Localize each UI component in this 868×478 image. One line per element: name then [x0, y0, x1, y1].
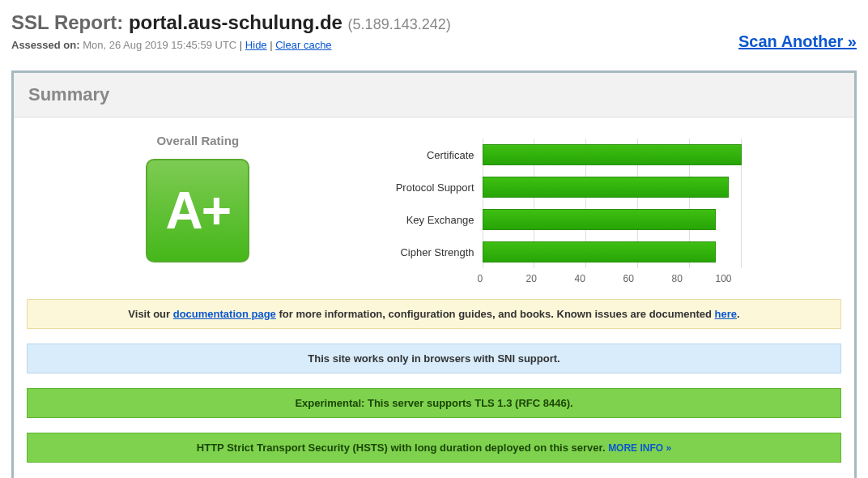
scan-another-link[interactable]: Scan Another » [738, 32, 857, 51]
bar-cipher [483, 241, 716, 262]
title-prefix: SSL Report: [11, 11, 129, 33]
known-issues-link[interactable]: here [715, 308, 737, 320]
summary-header: Summary [14, 73, 854, 117]
page-title: SSL Report: portal.aus-schulung.de (5.18… [11, 11, 451, 34]
bar-label-certificate: Certificate [369, 149, 483, 161]
ratings-chart: Certificate Protocol Support Key Exchang… [369, 130, 841, 284]
documentation-link[interactable]: documentation page [173, 308, 276, 320]
summary-heading: Summary [28, 84, 840, 105]
assessed-line: Assessed on: Mon, 26 Aug 2019 15:45:59 U… [11, 39, 451, 51]
hsts-banner: HTTP Strict Transport Security (HSTS) wi… [27, 433, 841, 463]
docs-banner: Visit our documentation page for more in… [27, 299, 841, 329]
report-ip: (5.189.143.242) [348, 16, 451, 32]
assessed-label: Assessed on: [11, 39, 80, 51]
tls13-banner: Experimental: This server supports TLS 1… [27, 388, 841, 418]
grade-value: A+ [165, 181, 230, 241]
hsts-more-info-link[interactable]: MORE INFO » [608, 442, 671, 454]
bar-label-cipher: Cipher Strength [369, 246, 483, 258]
report-box: Summary Overall Rating A+ Certificate [11, 70, 857, 478]
sni-banner: This site works only in browsers with SN… [27, 344, 841, 373]
bar-label-keyexchange: Key Exchange [369, 214, 483, 226]
report-host: portal.aus-schulung.de [129, 11, 343, 33]
chart-axis: 0 20 40 60 80 100 [483, 273, 742, 284]
hide-link[interactable]: Hide [245, 39, 267, 51]
bar-protocol [483, 177, 729, 198]
bar-label-protocol: Protocol Support [369, 181, 483, 194]
grade-badge: A+ [146, 159, 249, 262]
assessed-value: Mon, 26 Aug 2019 15:45:59 UTC [83, 39, 236, 51]
bar-certificate [483, 144, 742, 165]
clear-cache-link[interactable]: Clear cache [275, 39, 331, 51]
bar-keyexchange [483, 209, 716, 230]
overall-rating-label: Overall Rating [27, 134, 369, 147]
